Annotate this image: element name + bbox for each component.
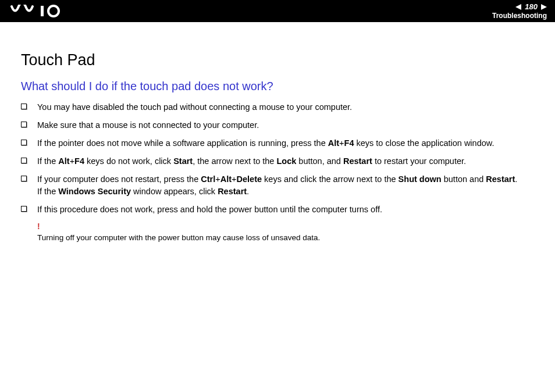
warning-icon: ! [37, 222, 534, 231]
bullet-text: Make sure that a mouse is not connected … [37, 119, 534, 131]
svg-rect-0 [41, 6, 44, 16]
page-title: Touch Pad [21, 51, 534, 69]
bullet-icon [21, 176, 27, 181]
bullet-icon [21, 158, 27, 163]
section-label: Troubleshooting [492, 12, 547, 20]
bullet-text: If your computer does not restart, press… [37, 173, 534, 198]
page-number: 180 [524, 2, 539, 11]
header-bar: 180 Troubleshooting [0, 0, 555, 22]
list-item: Make sure that a mouse is not connected … [21, 119, 534, 131]
list-item: If this procedure does not work, press a… [21, 204, 534, 216]
svg-point-1 [48, 6, 59, 16]
question-heading: What should I do if the touch pad does n… [21, 80, 534, 93]
prev-page-icon[interactable] [515, 4, 521, 10]
bullet-icon [21, 122, 27, 127]
bullet-icon [21, 140, 27, 145]
list-item: If your computer does not restart, press… [21, 173, 534, 198]
warning-block: ! Turning off your computer with the pow… [37, 222, 534, 243]
content-area: Touch Pad What should I do if the touch … [0, 22, 555, 243]
bullet-icon [21, 104, 27, 109]
bullet-text: If the Alt+F4 keys do not work, click St… [37, 155, 534, 168]
bullet-text: If the pointer does not move while a sof… [37, 137, 534, 149]
header-nav: 180 Troubleshooting [492, 2, 547, 20]
bullet-text: You may have disabled the touch pad with… [37, 101, 534, 113]
bullet-list: You may have disabled the touch pad with… [21, 101, 534, 216]
next-page-icon[interactable] [541, 4, 547, 10]
warning-text: Turning off your computer with the power… [37, 233, 320, 242]
list-item: You may have disabled the touch pad with… [21, 101, 534, 113]
bullet-text: If this procedure does not work, press a… [37, 204, 534, 216]
list-item: If the Alt+F4 keys do not work, click St… [21, 155, 534, 168]
vaio-logo [10, 4, 74, 18]
list-item: If the pointer does not move while a sof… [21, 137, 534, 149]
bullet-icon [21, 206, 27, 212]
